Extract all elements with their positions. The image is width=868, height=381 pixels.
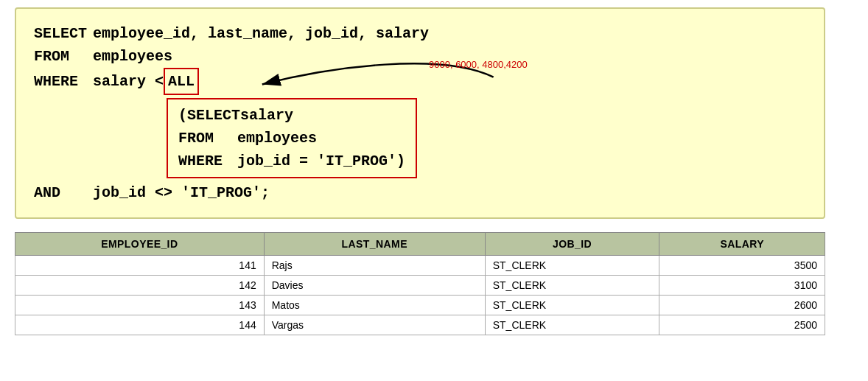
- subquery-keyword-where: WHERE: [178, 150, 237, 172]
- keyword-where: WHERE: [34, 70, 93, 93]
- cell-job-id: ST_CLERK: [485, 315, 659, 335]
- cell-employee-id: 143: [15, 296, 265, 315]
- sql-and-body: job_id <> 'IT_PROG';: [93, 181, 270, 204]
- sql-line-and: AND job_id <> 'IT_PROG';: [34, 181, 806, 204]
- col-header-employee-id: EMPLOYEE_ID: [15, 233, 265, 256]
- cell-salary: 3100: [659, 276, 825, 296]
- table-row: 143MatosST_CLERK2600: [15, 296, 825, 315]
- table-row: 144VargasST_CLERK2500: [15, 315, 825, 335]
- keyword-and: AND: [34, 181, 93, 204]
- cell-job-id: ST_CLERK: [485, 276, 659, 296]
- cell-salary: 2600: [659, 296, 825, 315]
- cell-job-id: ST_CLERK: [485, 296, 659, 315]
- keyword-select: SELECT: [34, 22, 93, 45]
- cell-employee-id: 144: [15, 315, 265, 335]
- subquery-box: (SELECT salary FROM employees WHERE job_…: [167, 98, 417, 178]
- subquery-keyword-select: (SELECT: [178, 104, 240, 127]
- col-header-job-id: JOB_ID: [485, 233, 659, 256]
- cell-salary: 2500: [659, 315, 825, 335]
- cell-employee-id: 142: [15, 276, 265, 296]
- cell-last-name: Vargas: [264, 315, 485, 335]
- subquery-where-body: job_id = 'IT_PROG'): [237, 150, 405, 172]
- sql-columns: employee_id, last_name, job_id, salary: [93, 22, 429, 45]
- cell-job-id: ST_CLERK: [485, 256, 659, 276]
- sql-line-where: WHERE salary < ALL: [34, 68, 806, 95]
- subquery-line-from: FROM employees: [178, 127, 405, 150]
- sql-condition-pre: salary <: [93, 70, 164, 93]
- subquery-from-body: employees: [237, 127, 317, 150]
- subquery-line-select: (SELECT salary: [178, 104, 405, 127]
- table-header-row: EMPLOYEE_ID LAST_NAME JOB_ID SALARY: [15, 233, 825, 256]
- all-keyword-box: ALL: [164, 68, 199, 95]
- cell-last-name: Davies: [264, 276, 485, 296]
- keyword-from: FROM: [34, 45, 93, 68]
- cell-last-name: Rajs: [264, 256, 485, 276]
- col-header-last-name: LAST_NAME: [264, 233, 485, 256]
- sql-line-select: SELECT employee_id, last_name, job_id, s…: [34, 22, 806, 45]
- result-table: EMPLOYEE_ID LAST_NAME JOB_ID SALARY 141R…: [15, 232, 825, 335]
- col-header-salary: SALARY: [659, 233, 825, 256]
- subquery-select-body: salary: [240, 104, 293, 127]
- cell-employee-id: 141: [15, 256, 265, 276]
- subquery-keyword-from: FROM: [178, 127, 237, 150]
- subquery-line-where: WHERE job_id = 'IT_PROG'): [178, 150, 405, 172]
- sql-line-from: FROM employees: [34, 45, 806, 68]
- annotation-label: 9000, 6000, 4800,4200: [429, 59, 528, 70]
- sql-table: employees: [93, 45, 172, 68]
- cell-last-name: Matos: [264, 296, 485, 315]
- table-row: 141RajsST_CLERK3500: [15, 256, 825, 276]
- sql-code-block: SELECT employee_id, last_name, job_id, s…: [15, 7, 825, 219]
- cell-salary: 3500: [659, 256, 825, 276]
- table-row: 142DaviesST_CLERK3100: [15, 276, 825, 296]
